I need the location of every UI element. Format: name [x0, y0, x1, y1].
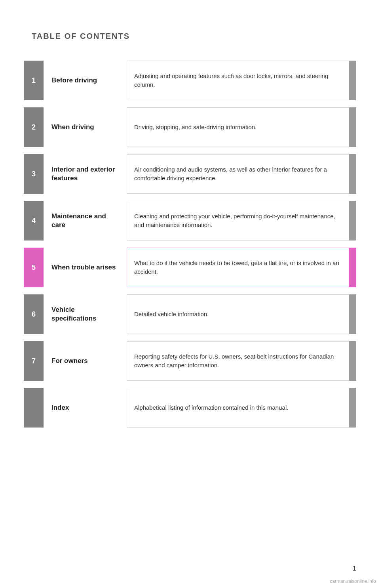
page-container: TABLE OF CONTENTS 1Before drivingAdjusti… [0, 0, 380, 451]
entry-desc-wrapper-for-owners: Reporting safety defects for U.S. owners… [127, 341, 356, 381]
entry-desc-text-vehicle-specs: Detailed vehicle information. [134, 310, 209, 319]
entry-number-interior-exterior: 3 [24, 154, 44, 194]
entry-desc-box-before-driving: Adjusting and operating features such as… [127, 61, 349, 100]
entry-accent-bar-when-trouble [349, 248, 356, 287]
entry-desc-box-when-trouble: What to do if the vehicle needs to be to… [127, 248, 349, 287]
entry-title-when-trouble: When trouble arises [51, 263, 116, 272]
entry-number-when-driving: 2 [24, 107, 44, 147]
entry-title-index: Index [51, 403, 69, 412]
entry-title-block-vehicle-specs: Vehicle specifications [44, 294, 127, 334]
toc-entries: 1Before drivingAdjusting and operating f… [24, 61, 356, 428]
entry-accent-bar-for-owners [349, 341, 356, 381]
entry-number-for-owners: 7 [24, 341, 44, 381]
toc-entry-index[interactable]: IndexAlphabetical listing of information… [24, 388, 356, 428]
entry-number-index [24, 388, 44, 428]
entry-number-when-trouble: 5 [24, 248, 44, 287]
entry-title-block-for-owners: For owners [44, 341, 127, 381]
entry-accent-bar-before-driving [349, 61, 356, 100]
entry-title-vehicle-specs: Vehicle specifications [51, 305, 119, 323]
toc-entry-when-driving[interactable]: 2When drivingDriving, stopping, and safe… [24, 107, 356, 147]
entry-accent-bar-vehicle-specs [349, 294, 356, 334]
entry-desc-box-index: Alphabetical listing of information cont… [127, 388, 349, 428]
toc-entry-maintenance-care[interactable]: 4Maintenance and careCleaning and protec… [24, 201, 356, 241]
entry-desc-text-before-driving: Adjusting and operating features such as… [134, 72, 342, 90]
toc-entry-before-driving[interactable]: 1Before drivingAdjusting and operating f… [24, 61, 356, 100]
entry-desc-wrapper-when-driving: Driving, stopping, and safe-driving info… [127, 107, 356, 147]
entry-title-maintenance-care: Maintenance and care [51, 212, 119, 229]
entry-desc-wrapper-maintenance-care: Cleaning and protecting your vehicle, pe… [127, 201, 356, 241]
toc-entry-interior-exterior[interactable]: 3Interior and exterior featuresAir condi… [24, 154, 356, 194]
entry-desc-wrapper-index: Alphabetical listing of information cont… [127, 388, 356, 428]
entry-desc-box-interior-exterior: Air conditioning and audio systems, as w… [127, 154, 349, 194]
entry-title-block-before-driving: Before driving [44, 61, 127, 100]
entry-title-when-driving: When driving [51, 123, 94, 132]
entry-desc-box-vehicle-specs: Detailed vehicle information. [127, 294, 349, 334]
entry-title-interior-exterior: Interior and exterior features [51, 165, 119, 183]
entry-desc-wrapper-when-trouble: What to do if the vehicle needs to be to… [127, 248, 356, 287]
entry-desc-text-for-owners: Reporting safety defects for U.S. owners… [134, 352, 342, 370]
toc-entry-for-owners[interactable]: 7For ownersReporting safety defects for … [24, 341, 356, 381]
entry-desc-text-maintenance-care: Cleaning and protecting your vehicle, pe… [134, 212, 342, 230]
entry-desc-text-interior-exterior: Air conditioning and audio systems, as w… [134, 165, 342, 183]
entry-desc-wrapper-vehicle-specs: Detailed vehicle information. [127, 294, 356, 334]
entry-title-block-when-trouble: When trouble arises [44, 248, 127, 287]
watermark: carmanualsonline.info [330, 578, 376, 584]
entry-desc-text-index: Alphabetical listing of information cont… [134, 403, 288, 412]
entry-accent-bar-interior-exterior [349, 154, 356, 194]
entry-number-maintenance-care: 4 [24, 201, 44, 241]
entry-title-before-driving: Before driving [51, 76, 97, 85]
entry-desc-text-when-driving: Driving, stopping, and safe-driving info… [134, 123, 256, 132]
entry-title-block-when-driving: When driving [44, 107, 127, 147]
entry-desc-box-when-driving: Driving, stopping, and safe-driving info… [127, 107, 349, 147]
entry-title-block-maintenance-care: Maintenance and care [44, 201, 127, 241]
entry-title-block-index: Index [44, 388, 127, 428]
entry-desc-box-for-owners: Reporting safety defects for U.S. owners… [127, 341, 349, 381]
entry-desc-wrapper-before-driving: Adjusting and operating features such as… [127, 61, 356, 100]
entry-number-before-driving: 1 [24, 61, 44, 100]
entry-number-vehicle-specs: 6 [24, 294, 44, 334]
entry-title-block-interior-exterior: Interior and exterior features [44, 154, 127, 194]
entry-desc-box-maintenance-care: Cleaning and protecting your vehicle, pe… [127, 201, 349, 241]
entry-desc-text-when-trouble: What to do if the vehicle needs to be to… [134, 259, 342, 277]
page-title: TABLE OF CONTENTS [32, 32, 356, 41]
entry-accent-bar-index [349, 388, 356, 428]
entry-accent-bar-maintenance-care [349, 201, 356, 241]
toc-entry-when-trouble[interactable]: 5When trouble arisesWhat to do if the ve… [24, 248, 356, 287]
entry-desc-wrapper-interior-exterior: Air conditioning and audio systems, as w… [127, 154, 356, 194]
entry-accent-bar-when-driving [349, 107, 356, 147]
toc-entry-vehicle-specs[interactable]: 6Vehicle specificationsDetailed vehicle … [24, 294, 356, 334]
page-number: 1 [353, 565, 356, 572]
entry-title-for-owners: For owners [51, 357, 88, 365]
